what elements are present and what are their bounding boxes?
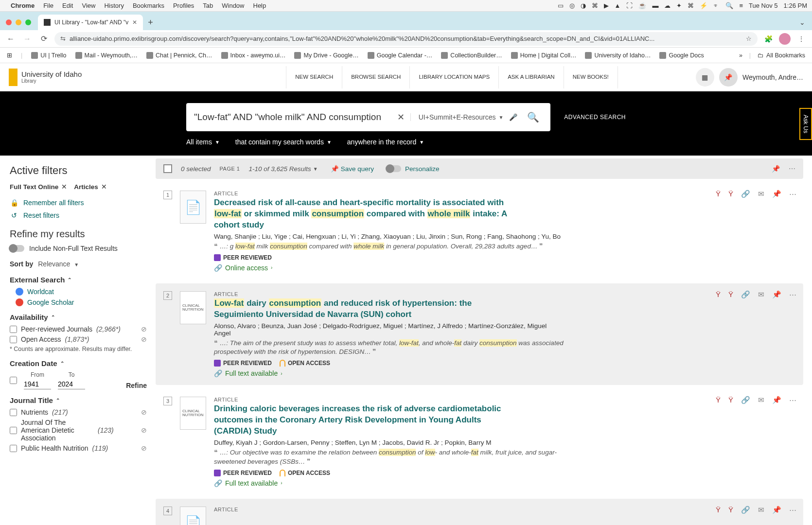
browser-tab[interactable]: UI Library - "Low-fat" AND "v ✕ (38, 15, 143, 30)
facet-exclude-button[interactable]: ⊘ (141, 426, 147, 434)
results-range-dropdown[interactable]: 1-10 of 3,625 Results ▼ (248, 165, 318, 173)
menu-edit[interactable]: Edit (62, 2, 73, 9)
nav-ask-librarian[interactable]: ASK A LIBRARIAN (499, 66, 564, 88)
menu-view[interactable]: View (82, 2, 95, 9)
remove-filter-button[interactable]: ✕ (101, 183, 107, 191)
new-tab-button[interactable]: + (143, 18, 158, 28)
nav-new-books[interactable]: NEW BOOKS! (564, 66, 618, 88)
filter-contains-dropdown[interactable]: that contain my search words ▼ (235, 138, 332, 146)
facet-checkbox[interactable] (10, 427, 17, 434)
zotero-button[interactable]: Ÿ (728, 506, 733, 514)
pins-button[interactable]: 📌 (719, 68, 738, 87)
status-icon-4[interactable]: ▶ (604, 2, 609, 9)
pin-all-button[interactable]: 📌 (772, 165, 780, 173)
mendeley-button[interactable]: Ÿ (716, 290, 721, 299)
menu-file[interactable]: File (43, 2, 53, 9)
status-icon-9[interactable]: ✦ (676, 2, 682, 9)
external-link-scholar[interactable]: Google Scholar (16, 298, 147, 306)
ask-us-button[interactable]: Ask Us (799, 108, 812, 140)
advanced-search-link[interactable]: ADVANCED SEARCH (564, 114, 626, 121)
nav-location-maps[interactable]: LIBRARY LOCATION MAPS (410, 66, 499, 88)
bookmarks-overflow-button[interactable]: » (739, 52, 742, 59)
menubar-date[interactable]: Tue Nov 5 (749, 2, 778, 9)
permalink-button[interactable]: 🔗 (741, 290, 750, 299)
voice-search-button[interactable]: 🎤 (509, 113, 517, 121)
all-bookmarks-button[interactable]: 🗀 All Bookmarks (758, 52, 805, 59)
availability-section[interactable]: Availability ⌃ (10, 313, 147, 321)
online-access-link[interactable]: 🔗Online access › (214, 264, 795, 272)
bookmark-item[interactable]: Google Calendar -… (368, 52, 433, 59)
search-icon[interactable]: 🔍 (725, 2, 733, 9)
bookmark-item[interactable]: Home | Digital Coll… (511, 52, 577, 59)
more-actions-button[interactable]: ⋯ (789, 190, 796, 198)
menu-bookmarks[interactable]: Bookmarks (133, 2, 164, 9)
bookmark-item[interactable]: Google Docs (659, 52, 704, 59)
close-window-button[interactable] (6, 19, 12, 25)
result-title-link[interactable]: Low-fat dairy consumption and reduced ri… (214, 298, 515, 320)
facet-checkbox[interactable] (10, 409, 17, 416)
filter-anywhere-dropdown[interactable]: anywhere in the record ▼ (347, 138, 424, 146)
reload-button[interactable]: ⟳ (38, 34, 50, 43)
status-icon-7[interactable]: ☕ (638, 2, 646, 9)
personalize-toggle[interactable] (387, 165, 401, 172)
status-icon-5[interactable]: ▲ (615, 2, 621, 9)
date-to-input[interactable] (58, 379, 85, 389)
bookmark-item[interactable]: My Drive - Google… (294, 52, 358, 59)
email-button[interactable]: ✉ (758, 396, 764, 404)
date-from-input[interactable] (24, 379, 51, 389)
status-icon-6[interactable]: ⛶ (626, 2, 633, 9)
address-bar[interactable]: ⇆ alliance-uidaho.primo.exlibrisgroup.co… (54, 32, 758, 46)
date-refine-button[interactable]: Refine (126, 382, 147, 389)
status-icon-2[interactable]: ◑ (581, 2, 586, 9)
battery-icon[interactable]: ▭ (558, 2, 564, 9)
results-more-button[interactable]: ⋯ (789, 165, 795, 173)
profile-avatar[interactable] (779, 33, 791, 45)
clear-search-button[interactable]: ✕ (397, 112, 405, 122)
back-button[interactable]: ← (5, 35, 17, 43)
bookmark-star-icon[interactable]: ☆ (746, 35, 752, 42)
sort-dropdown[interactable]: Relevance ▼ (38, 260, 79, 268)
external-link-worldcat[interactable]: Worldcat (16, 288, 147, 296)
status-icon-8[interactable]: ▬ (652, 2, 658, 9)
close-tab-button[interactable]: ✕ (132, 19, 137, 26)
extensions-button[interactable]: 🧩 (762, 35, 774, 43)
apps-button[interactable]: ⊞ (7, 52, 12, 59)
mendeley-button[interactable]: Ÿ (716, 190, 721, 198)
permalink-button[interactable]: 🔗 (741, 396, 750, 404)
zotero-button[interactable]: Ÿ (728, 190, 733, 198)
filter-items-dropdown[interactable]: All items ▼ (186, 138, 220, 146)
status-icon-10[interactable]: ⌘ (688, 2, 694, 9)
facet-checkbox[interactable] (10, 326, 17, 333)
app-name[interactable]: Chrome (11, 2, 35, 9)
pin-button[interactable]: 📌 (772, 290, 781, 299)
date-checkbox[interactable] (10, 377, 17, 384)
external-search-section[interactable]: External Search ⌃ (10, 276, 147, 284)
facet-exclude-button[interactable]: ⊘ (141, 408, 147, 416)
site-info-icon[interactable]: ⇆ (60, 35, 66, 42)
save-query-button[interactable]: 📌 Save query (331, 165, 374, 173)
minimize-window-button[interactable] (16, 19, 21, 25)
status-icon-3[interactable]: ⌘ (592, 2, 598, 9)
facet-checkbox[interactable] (10, 336, 17, 343)
pin-button[interactable]: 📌 (772, 396, 781, 404)
mendeley-button[interactable]: Ÿ (716, 506, 721, 514)
include-nonfull-toggle[interactable] (10, 245, 24, 252)
email-button[interactable]: ✉ (758, 190, 764, 198)
chrome-menu-button[interactable]: ⋮ (795, 35, 807, 43)
remove-filter-button[interactable]: ✕ (61, 183, 67, 191)
nav-new-search[interactable]: NEW SEARCH (286, 66, 342, 88)
menu-tab[interactable]: Tab (203, 2, 213, 9)
zotero-button[interactable]: Ÿ (728, 290, 733, 299)
facet-exclude-button[interactable]: ⊘ (141, 335, 147, 343)
search-submit-button[interactable]: 🔍 (523, 107, 543, 127)
bookmark-item[interactable]: Inbox - aweymo.ui… (221, 52, 286, 59)
more-actions-button[interactable]: ⋯ (789, 396, 796, 404)
email-button[interactable]: ✉ (758, 290, 764, 299)
result-title-link[interactable]: Decreased risk of all-cause and heart-sp… (214, 197, 515, 231)
permalink-button[interactable]: 🔗 (741, 190, 750, 198)
nav-browse-search[interactable]: BROWSE SEARCH (342, 66, 410, 88)
status-icon-11[interactable]: ⚡ (700, 2, 707, 9)
email-button[interactable]: ✉ (758, 506, 764, 514)
tab-overflow-button[interactable]: ⌄ (799, 18, 812, 26)
bookmark-item[interactable]: University of Idaho… (585, 52, 651, 59)
